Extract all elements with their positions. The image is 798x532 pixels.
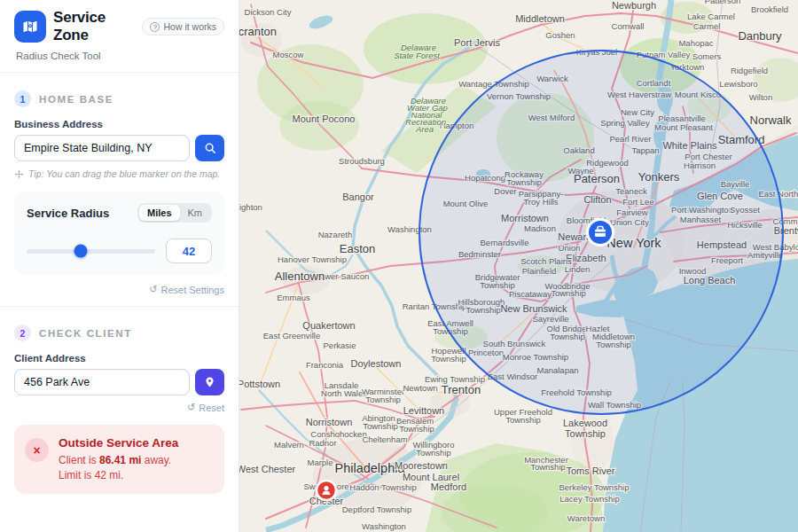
svg-text:Cheltenham: Cheltenham — [362, 434, 407, 444]
how-it-works-label: How it works — [163, 21, 216, 32]
svg-text:Township: Township — [530, 462, 566, 472]
app: Service Zone ? How it works Radius Check… — [0, 0, 798, 532]
svg-text:Port Jervis: Port Jervis — [454, 37, 500, 48]
business-address-label: Business Address — [14, 119, 224, 129]
alert-limit-line: Limit is 42 mi. — [59, 468, 178, 482]
svg-text:North Wales: North Wales — [321, 388, 367, 398]
svg-text:Norwalk: Norwalk — [750, 113, 792, 127]
svg-text:State Forest: State Forest — [394, 51, 440, 60]
svg-text:Doylestown: Doylestown — [351, 358, 402, 369]
map-canvas[interactable]: Dickson CityScrantonMoscowMount PoconoSt… — [239, 0, 798, 532]
svg-text:Township: Township — [365, 395, 401, 404]
svg-text:Carmel: Carmel — [693, 21, 721, 31]
service-radius-card: Service Radius Miles Km 42 — [14, 192, 224, 275]
svg-text:Malvern: Malvern — [274, 440, 304, 450]
alert-title: Outside Service Area — [59, 436, 178, 450]
location-pin-icon — [204, 376, 215, 388]
sidebar: Service Zone ? How it works Radius Check… — [0, 0, 239, 532]
svg-text:Nazareth: Nazareth — [318, 230, 353, 239]
svg-text:Wilton: Wilton — [749, 92, 772, 102]
brand-row: Service Zone ? How it works — [14, 9, 224, 44]
svg-text:Middletown: Middletown — [515, 13, 565, 24]
map-tiles: Dickson CityScrantonMoscowMount PoconoSt… — [239, 0, 798, 532]
search-icon — [204, 142, 216, 154]
svg-text:Lake Carmel: Lake Carmel — [687, 12, 735, 21]
svg-text:Lakewood: Lakewood — [563, 418, 607, 428]
svg-text:Quakertown: Quakertown — [302, 320, 355, 331]
svg-text:Patterson: Patterson — [705, 0, 741, 5]
svg-text:Township: Township — [505, 415, 541, 425]
radius-value-box[interactable]: 42 — [166, 239, 212, 263]
divider — [0, 306, 239, 307]
service-radius-label: Service Radius — [27, 207, 109, 220]
client-address-label: Client Address — [14, 353, 224, 364]
svg-text:Toms River: Toms River — [566, 466, 614, 476]
unit-miles-button[interactable]: Miles — [139, 205, 180, 221]
svg-text:Franconia: Franconia — [306, 360, 344, 370]
business-address-input[interactable] — [14, 135, 190, 161]
svg-text:Ridgefield: Ridgefield — [731, 66, 768, 75]
svg-text:Marple: Marple — [307, 458, 332, 467]
svg-text:Goshen: Goshen — [545, 30, 575, 40]
drag-tip-text: Tip: You can drag the blue marker on the… — [28, 168, 220, 179]
svg-text:Township: Township — [363, 421, 398, 431]
svg-text:Bangor: Bangor — [342, 192, 374, 202]
reset-settings-label: Reset Settings — [160, 285, 224, 295]
radius-slider[interactable] — [27, 249, 155, 254]
svg-text:Radnor: Radnor — [309, 438, 336, 448]
svg-text:Dickson City: Dickson City — [245, 7, 292, 17]
svg-text:Scranton: Scranton — [239, 25, 277, 38]
app-title: Service Zone — [53, 9, 131, 44]
svg-text:Township: Township — [399, 424, 434, 434]
svg-text:Allentown: Allentown — [275, 270, 325, 283]
svg-text:Moscow: Moscow — [273, 50, 304, 59]
client-marker[interactable] — [317, 481, 336, 500]
svg-text:Lewisboro: Lewisboro — [719, 79, 757, 89]
step-2-badge: 2 — [14, 325, 31, 341]
svg-text:Danbury: Danbury — [738, 29, 782, 43]
section-check-client: 2 CHECK CLIENT — [14, 325, 224, 341]
svg-text:Emmaus: Emmaus — [277, 293, 310, 302]
svg-text:Haddon Township: Haddon Township — [349, 482, 416, 492]
alert-distance-line: Client is 86.41 mi away. — [59, 453, 178, 467]
svg-text:Medford: Medford — [431, 481, 466, 492]
svg-text:West Chester: West Chester — [239, 464, 296, 474]
svg-text:Township: Township — [431, 354, 466, 364]
svg-text:Easton: Easton — [340, 242, 375, 255]
svg-text:Newburgh: Newburgh — [612, 0, 656, 11]
reset-client-label: Reset — [199, 403, 224, 413]
svg-text:Newtown: Newtown — [403, 383, 437, 393]
move-arrows-icon — [14, 169, 24, 179]
svg-text:Pottstown: Pottstown — [239, 379, 280, 389]
unit-km-button[interactable]: Km — [180, 205, 211, 221]
unit-toggle: Miles Km — [137, 203, 212, 223]
svg-text:Stroudsburg: Stroudsburg — [339, 156, 385, 166]
svg-text:Deptford Township: Deptford Township — [342, 505, 412, 514]
locate-client-button[interactable] — [195, 369, 224, 395]
svg-text:Trenton: Trenton — [442, 383, 481, 396]
how-it-works-button[interactable]: ? How it works — [142, 18, 224, 35]
reset-settings-link[interactable]: ↺ Reset Settings — [149, 284, 224, 295]
question-circle-icon: ? — [150, 22, 160, 32]
svg-text:Washington: Washington — [362, 521, 406, 531]
reset-client-link[interactable]: ↺ Reset — [187, 402, 224, 413]
svg-text:Hanover Township: Hanover Township — [278, 254, 347, 264]
radius-slider-thumb[interactable] — [74, 245, 87, 258]
svg-text:Perkasie: Perkasie — [324, 340, 356, 350]
svg-text:Area: Area — [415, 124, 434, 134]
reset-icon: ↺ — [187, 402, 195, 413]
home-base-marker[interactable] — [588, 220, 614, 246]
map-logo-icon — [21, 18, 39, 35]
svg-text:Township: Township — [416, 448, 451, 458]
check-client-title: CHECK CLIENT — [39, 328, 132, 339]
svg-text:Lacey Township: Lacey Township — [559, 494, 619, 504]
svg-text:Mahopac: Mahopac — [678, 38, 713, 48]
home-base-title: HOME BASE — [39, 94, 113, 105]
divider — [0, 72, 239, 73]
svg-text:Brookfield: Brookfield — [751, 4, 788, 14]
svg-text:Township: Township — [565, 428, 606, 439]
svg-text:East Greenville: East Greenville — [263, 331, 320, 340]
client-address-input[interactable] — [14, 369, 190, 395]
svg-text:Levittown: Levittown — [403, 405, 444, 416]
search-button[interactable] — [195, 135, 224, 161]
